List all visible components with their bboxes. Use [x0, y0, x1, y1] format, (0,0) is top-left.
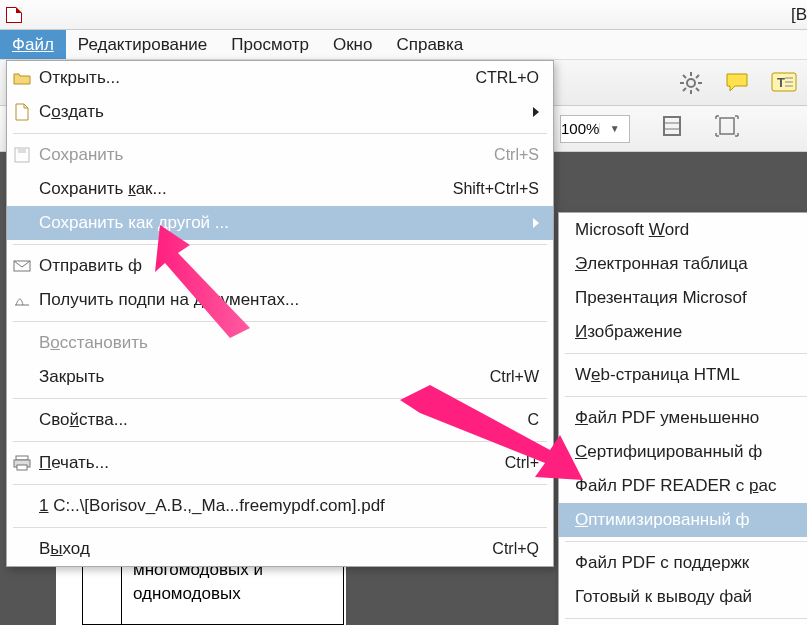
menu-view[interactable]: Просмотр — [219, 30, 321, 59]
menu-bar: Файл Редактирование Просмотр Окно Справк… — [0, 30, 807, 60]
svg-line-8 — [696, 75, 699, 78]
submenu-item-certified[interactable]: Сертифицированный ф — [559, 435, 807, 469]
chevron-down-icon[interactable]: ▼ — [599, 123, 629, 134]
svg-point-0 — [687, 79, 695, 87]
menu-item-save-as[interactable]: Сохранить как... Shift+Ctrl+S — [7, 172, 553, 206]
svg-rect-14 — [664, 117, 680, 135]
envelope-icon — [13, 257, 31, 275]
text-annot-icon[interactable]: T — [771, 72, 797, 94]
save-as-other-submenu: Microsoft Word Электронная таблица Презе… — [558, 212, 807, 625]
menu-edit[interactable]: Редактирование — [66, 30, 220, 59]
menu-item-open[interactable]: Открыть... CTRL+O — [7, 61, 553, 95]
svg-rect-19 — [18, 148, 26, 153]
svg-line-7 — [683, 88, 686, 91]
comment-icon[interactable] — [725, 72, 749, 94]
menu-item-recent[interactable]: 1 C:..\[Borisov_A.B.,_Ma...freemypdf.com… — [7, 489, 553, 523]
svg-rect-22 — [16, 456, 28, 460]
menu-item-restore: Восстановить — [7, 326, 553, 360]
menu-window[interactable]: Окно — [321, 30, 385, 59]
menu-help[interactable]: Справка — [384, 30, 475, 59]
pdf-file-icon — [6, 7, 22, 23]
chevron-right-icon — [533, 218, 539, 228]
submenu-item-output[interactable]: Готовый к выводу фай — [559, 580, 807, 614]
window-title: [В — [791, 0, 807, 30]
menu-item-save: Сохранить Ctrl+S — [7, 138, 553, 172]
zoom-select[interactable]: 100% ▼ — [560, 115, 630, 143]
submenu-item-ppt[interactable]: Презентация Microsof — [559, 281, 807, 315]
zoom-value: 100% — [561, 120, 599, 137]
menu-item-print[interactable]: Печать... Ctrl+ — [7, 446, 553, 480]
menu-item-properties[interactable]: Свойства... C — [7, 403, 553, 437]
submenu-item-excel[interactable]: Электронная таблица — [559, 247, 807, 281]
svg-line-5 — [683, 75, 686, 78]
menu-item-send[interactable]: Отправить ф — [7, 249, 553, 283]
new-doc-icon — [13, 103, 31, 121]
gear-icon[interactable] — [679, 71, 703, 95]
svg-line-6 — [696, 88, 699, 91]
menu-item-close[interactable]: Закрыть Ctrl+W — [7, 360, 553, 394]
chevron-right-icon — [533, 107, 539, 117]
svg-text:T: T — [777, 75, 785, 90]
fit-page-icon[interactable] — [714, 114, 740, 143]
save-icon — [13, 146, 31, 164]
file-dropdown: Открыть... CTRL+O Создать Сохранить Ctrl… — [6, 60, 554, 567]
menu-item-get-signature[interactable]: Получить подпи на документах... — [7, 283, 553, 317]
folder-open-icon — [13, 69, 31, 87]
submenu-item-reader[interactable]: Файл PDF READER с рас — [559, 469, 807, 503]
submenu-item-optimized[interactable]: Оптимизированный ф — [559, 503, 807, 537]
title-bar: [В — [0, 0, 807, 30]
submenu-item-small-pdf[interactable]: Файл PDF уменьшенно — [559, 401, 807, 435]
scroll-mode-icon[interactable] — [660, 115, 684, 142]
submenu-item-web[interactable]: Web-страница HTML — [559, 358, 807, 392]
svg-rect-24 — [17, 465, 27, 470]
svg-rect-17 — [720, 118, 734, 134]
submenu-item-word[interactable]: Microsoft Word — [559, 213, 807, 247]
signature-icon — [13, 291, 31, 309]
menu-item-create[interactable]: Создать — [7, 95, 553, 129]
menu-item-save-as-other[interactable]: Сохранить как другой ... — [7, 206, 553, 240]
menu-item-exit[interactable]: Выход Ctrl+Q — [7, 532, 553, 566]
menu-file[interactable]: Файл — [0, 30, 66, 59]
submenu-item-archive[interactable]: Файл PDF с поддержк — [559, 546, 807, 580]
printer-icon — [13, 454, 31, 472]
submenu-item-image[interactable]: Изображение — [559, 315, 807, 349]
